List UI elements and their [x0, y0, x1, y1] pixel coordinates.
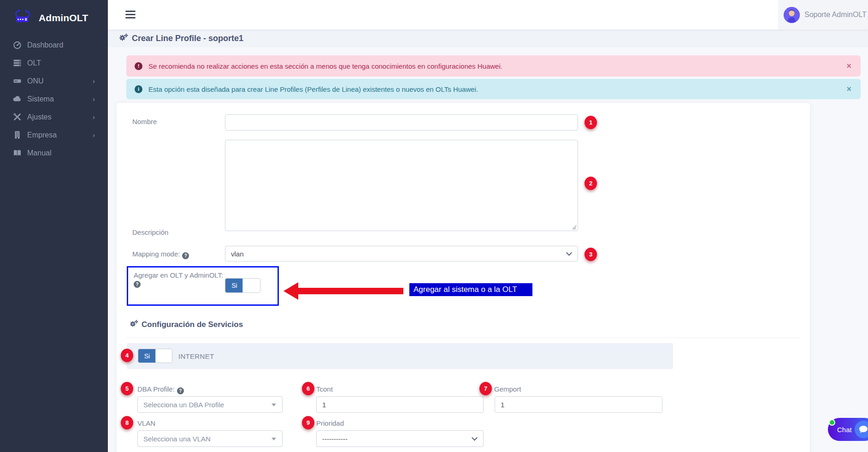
- info-circle-icon: i: [135, 85, 142, 93]
- prioridad-select[interactable]: -----------: [316, 430, 484, 447]
- user-menu[interactable]: Soporte AdminOLT: [778, 0, 868, 30]
- step-badge-8: 8: [121, 416, 133, 429]
- prioridad-value: -----------: [322, 435, 348, 443]
- sidebar-item-label: Dashboard: [27, 41, 63, 49]
- gemport-label: Gemport: [494, 385, 521, 393]
- gears-icon: [130, 320, 138, 330]
- alert-info-text: Esta opción esta diseñada para crear Lin…: [148, 85, 478, 93]
- sidebar-item-label: ONU: [27, 77, 44, 85]
- toggle-handle[interactable]: [242, 279, 260, 292]
- step-badge-6: 6: [302, 382, 314, 395]
- toggle-on-label: Si: [138, 349, 156, 363]
- sidebar-item-label: Sistema: [27, 95, 54, 103]
- toggle-on-label: Si: [225, 279, 243, 292]
- sidebar-item-dashboard[interactable]: Dashboard: [0, 36, 108, 54]
- step-badge-3: 3: [585, 248, 597, 261]
- tcont-input[interactable]: [316, 396, 484, 413]
- sidebar-item-empresa[interactable]: Empresa ›: [0, 126, 108, 144]
- chevron-right-icon: ›: [93, 95, 95, 103]
- menu-toggle-icon[interactable]: [125, 11, 136, 18]
- help-icon[interactable]: ?: [134, 281, 141, 288]
- step-badge-2: 2: [585, 177, 597, 190]
- page-title-bar: Crear Line Profile - soporte1: [108, 30, 868, 47]
- descripcion-textarea[interactable]: [225, 140, 578, 231]
- content: ! Se recomienda no realizar acciones en …: [108, 47, 868, 452]
- book-icon: [12, 149, 22, 158]
- step-badge-4: 4: [121, 349, 133, 362]
- sidebar-item-label: Empresa: [27, 131, 57, 139]
- user-name: Soporte AdminOLT: [804, 11, 867, 19]
- step-badge-9: 9: [302, 416, 314, 429]
- close-icon[interactable]: ×: [846, 84, 851, 94]
- tcont-label: Tcont: [316, 385, 333, 393]
- vlan-label: VLAN: [137, 419, 155, 427]
- cloud-icon: [12, 95, 22, 104]
- dba-profile-label: DBA Profile:?: [137, 385, 184, 394]
- chevron-down-icon: [472, 435, 478, 441]
- agregar-toggle[interactable]: Si: [225, 278, 260, 293]
- gemport-input[interactable]: [495, 396, 662, 413]
- caret-down-icon: [272, 404, 276, 406]
- page-title: Crear Line Profile - soporte1: [132, 34, 243, 43]
- topbar: Soporte AdminOLT: [108, 0, 868, 30]
- chat-bubble-icon: [855, 421, 868, 438]
- mapping-mode-label: Mapping mode:?: [132, 250, 189, 259]
- sidebar-item-sistema[interactable]: Sistema ›: [0, 90, 108, 108]
- mapping-mode-value: vlan: [231, 250, 244, 258]
- sidebar-item-ajustes[interactable]: Ajustes ›: [0, 108, 108, 126]
- services-heading: Configuración de Servicios: [130, 320, 243, 330]
- building-icon: [12, 131, 22, 140]
- resize-handle-icon[interactable]: [572, 225, 577, 230]
- agregar-label: Agregar en OLT y AdminOLT:: [134, 271, 223, 279]
- cloud-switch-logo-icon: [13, 10, 34, 26]
- services-heading-text: Configuración de Servicios: [142, 320, 243, 329]
- agregar-highlight-box: Agregar en OLT y AdminOLT: ? Si: [127, 266, 279, 306]
- alert-danger-text: Se recomienda no realizar acciones en es…: [148, 62, 502, 70]
- sidebar-item-manual[interactable]: Manual: [0, 144, 108, 162]
- caret-down-icon: [272, 438, 276, 440]
- internet-service-row: Si INTERNET: [127, 343, 673, 369]
- chat-label: Chat: [837, 426, 852, 434]
- brand-logo[interactable]: AdminOLT: [0, 0, 108, 30]
- dba-profile-select[interactable]: Selecciona un DBA Profile: [137, 396, 283, 413]
- chevron-right-icon: ›: [93, 113, 95, 121]
- vlan-placeholder: Selecciona una VLAN: [143, 435, 211, 443]
- alert-danger: ! Se recomienda no realizar acciones en …: [126, 55, 861, 77]
- gauge-icon: [12, 41, 22, 50]
- descripcion-label: Descripción: [132, 228, 168, 236]
- divider: [127, 338, 800, 338]
- vlan-select[interactable]: Selecciona una VLAN: [137, 430, 283, 447]
- tools-icon: [12, 113, 22, 122]
- page: AdminOLT Dashboard OLT ONU ›: [0, 0, 868, 452]
- sidebar-item-label: OLT: [27, 59, 41, 67]
- arrow-shaft: [296, 288, 403, 294]
- device-icon: [12, 77, 22, 86]
- nombre-input[interactable]: [225, 114, 578, 131]
- sidebar-item-label: Ajustes: [27, 113, 51, 121]
- exclamation-circle-icon: !: [135, 62, 142, 70]
- internet-label: INTERNET: [178, 352, 214, 360]
- chat-button[interactable]: Chat: [828, 418, 868, 441]
- sidebar: AdminOLT Dashboard OLT ONU ›: [0, 0, 108, 452]
- chevron-right-icon: ›: [93, 77, 95, 85]
- server-icon: [12, 59, 22, 68]
- sidebar-item-onu[interactable]: ONU ›: [0, 72, 108, 90]
- step-badge-5: 5: [121, 382, 133, 395]
- mapping-mode-select[interactable]: vlan: [225, 246, 578, 262]
- annotation-label: Agregar al sistema o a la OLT: [409, 283, 532, 296]
- dba-profile-placeholder: Selecciona un DBA Profile: [143, 401, 224, 409]
- help-icon[interactable]: ?: [182, 252, 189, 259]
- step-badge-1: 1: [585, 116, 597, 129]
- alert-info: i Esta opción esta diseñada para crear L…: [126, 79, 861, 99]
- sidebar-item-label: Manual: [27, 149, 51, 157]
- brand-name: AdminOLT: [39, 12, 88, 24]
- close-icon[interactable]: ×: [846, 61, 851, 71]
- help-icon[interactable]: ?: [177, 387, 184, 394]
- online-status-dot: [829, 419, 835, 426]
- sidebar-item-olt[interactable]: OLT: [0, 54, 108, 72]
- internet-toggle[interactable]: Si: [138, 349, 172, 363]
- chevron-right-icon: ›: [93, 131, 95, 139]
- chevron-down-icon: [566, 250, 572, 256]
- sidebar-nav: Dashboard OLT ONU › Sistema ›: [0, 36, 108, 162]
- toggle-handle[interactable]: [155, 349, 172, 363]
